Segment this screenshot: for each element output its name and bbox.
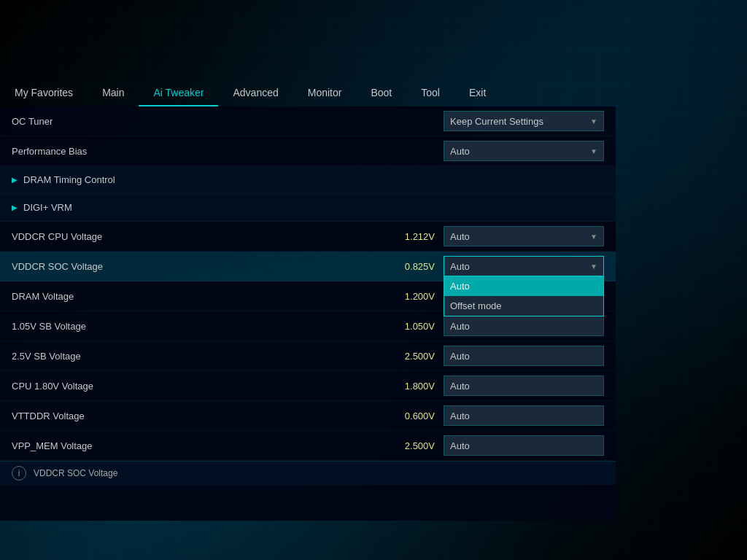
dram-timing-chevron: ▶ bbox=[12, 176, 18, 184]
vpp-mem-name: VPP_MEM Voltage bbox=[12, 440, 391, 451]
vddcr-cpu-arrow: ▼ bbox=[590, 233, 597, 241]
vpp-mem-dropdown-value: Auto bbox=[450, 440, 470, 451]
perf-bias-name: Performance Bias bbox=[12, 146, 444, 157]
perf-bias-dropdown[interactable]: Auto ▼ bbox=[444, 141, 604, 161]
nav-tool-label: Tool bbox=[421, 87, 440, 98]
perf-bias-arrow: ▼ bbox=[590, 147, 597, 155]
nav-exit[interactable]: Exit bbox=[454, 80, 500, 105]
cpu-1v8-dropdown[interactable]: Auto bbox=[444, 376, 604, 396]
vpp-mem-dropdown[interactable]: Auto bbox=[444, 435, 604, 456]
nav-tool[interactable]: Tool bbox=[406, 80, 454, 105]
sb-2v5-dropdown[interactable]: Auto bbox=[444, 346, 604, 366]
nav-advanced[interactable]: Advanced bbox=[218, 80, 293, 105]
setting-vddcr-cpu[interactable]: VDDCR CPU Voltage 1.212V Auto ▼ bbox=[0, 222, 616, 252]
vddcr-soc-value: 0.825V bbox=[391, 261, 435, 272]
sb-1v05-dropdown[interactable]: Auto bbox=[444, 316, 604, 336]
nav-favorites[interactable]: My Favorites bbox=[0, 80, 88, 105]
vttddr-dropdown[interactable]: Auto bbox=[444, 405, 604, 426]
sb-2v5-name: 2.5V SB Voltage bbox=[12, 351, 391, 362]
vddcr-soc-dropdown-container: Auto ▼ Auto Offset mode bbox=[444, 256, 604, 276]
nav-ai-tweaker[interactable]: Ai Tweaker bbox=[139, 80, 218, 106]
settings-panel: OC Tuner Keep Current Settings ▼ Perform… bbox=[0, 106, 616, 521]
sb-1v05-name: 1.05V SB Voltage bbox=[12, 321, 391, 332]
settings-table: OC Tuner Keep Current Settings ▼ Perform… bbox=[0, 106, 616, 461]
vddcr-cpu-value: 1.212V bbox=[391, 231, 435, 242]
setting-cpu-1v8[interactable]: CPU 1.80V Voltage 1.800V Auto bbox=[0, 371, 616, 401]
cpu-1v8-value: 1.800V bbox=[391, 381, 435, 392]
cpu-1v8-dropdown-value: Auto bbox=[450, 381, 470, 392]
nav-advanced-label: Advanced bbox=[233, 87, 278, 98]
setting-sb-2v5[interactable]: 2.5V SB Voltage 2.500V Auto bbox=[0, 341, 616, 371]
setting-dram-timing[interactable]: ▶ DRAM Timing Control bbox=[0, 166, 616, 194]
vddcr-cpu-dropdown[interactable]: Auto ▼ bbox=[444, 226, 604, 246]
nav-boot-label: Boot bbox=[371, 87, 392, 98]
nav-boot[interactable]: Boot bbox=[356, 80, 406, 105]
nav-exit-label: Exit bbox=[469, 87, 486, 98]
dram-volt-name: DRAM Voltage bbox=[12, 291, 391, 302]
oc-tuner-name: OC Tuner bbox=[12, 116, 444, 127]
vttddr-dropdown-value: Auto bbox=[450, 411, 470, 421]
vttddr-value: 0.600V bbox=[391, 411, 435, 421]
dropdown-option-offset[interactable]: Offset mode bbox=[444, 296, 603, 316]
setting-vpp-mem[interactable]: VPP_MEM Voltage 2.500V Auto bbox=[0, 431, 616, 461]
oc-tuner-arrow: ▼ bbox=[590, 117, 597, 125]
vddcr-soc-dropdown[interactable]: Auto ▼ bbox=[444, 256, 604, 276]
dram-volt-value: 1.200V bbox=[391, 291, 435, 302]
setting-digi-vrm[interactable]: ▶ DIGI+ VRM bbox=[0, 194, 616, 222]
perf-bias-dropdown-value: Auto bbox=[450, 146, 470, 157]
vddcr-soc-arrow: ▼ bbox=[590, 262, 597, 271]
vpp-mem-value: 2.500V bbox=[391, 440, 435, 451]
info-text: VDDCR SOC Voltage bbox=[34, 468, 117, 478]
nav-favorites-label: My Favorites bbox=[15, 87, 73, 98]
setting-oc-tuner[interactable]: OC Tuner Keep Current Settings ▼ bbox=[0, 106, 616, 136]
nav-monitor[interactable]: Monitor bbox=[293, 80, 357, 105]
sb-1v05-value: 1.050V bbox=[391, 321, 435, 332]
sb-2v5-value: 2.500V bbox=[391, 351, 435, 362]
info-icon: i bbox=[12, 466, 26, 481]
dropdown-option-auto[interactable]: Auto bbox=[444, 276, 603, 296]
nav-main[interactable]: Main bbox=[88, 80, 139, 105]
nav-ai-tweaker-label: Ai Tweaker bbox=[153, 87, 204, 98]
nav-main-label: Main bbox=[102, 87, 124, 98]
vddcr-cpu-dropdown-value: Auto bbox=[450, 231, 470, 242]
oc-tuner-dropdown[interactable]: Keep Current Settings ▼ bbox=[444, 111, 604, 131]
setting-perf-bias[interactable]: Performance Bias Auto ▼ bbox=[0, 136, 616, 166]
digi-vrm-chevron: ▶ bbox=[12, 203, 18, 211]
vddcr-cpu-name: VDDCR CPU Voltage bbox=[12, 231, 391, 242]
sb-2v5-dropdown-value: Auto bbox=[450, 351, 470, 362]
vddcr-soc-dropdown-value: Auto bbox=[450, 261, 470, 272]
setting-vddcr-soc[interactable]: VDDCR SOC Voltage 0.825V Auto ▼ Auto Off… bbox=[0, 252, 616, 281]
dram-timing-name: DRAM Timing Control bbox=[23, 174, 604, 185]
nav-monitor-label: Monitor bbox=[308, 87, 342, 98]
info-bar: i VDDCR SOC Voltage bbox=[0, 461, 616, 485]
setting-vttddr[interactable]: VTTDDR Voltage 0.600V Auto bbox=[0, 401, 616, 431]
sb-1v05-dropdown-value: Auto bbox=[450, 321, 470, 332]
vddcr-soc-dropdown-list: Auto Offset mode bbox=[444, 276, 604, 316]
cpu-1v8-name: CPU 1.80V Voltage bbox=[12, 381, 391, 392]
digi-vrm-name: DIGI+ VRM bbox=[23, 202, 604, 213]
oc-tuner-dropdown-value: Keep Current Settings bbox=[450, 116, 543, 127]
vttddr-name: VTTDDR Voltage bbox=[12, 411, 391, 421]
vddcr-soc-name: VDDCR SOC Voltage bbox=[12, 261, 391, 272]
